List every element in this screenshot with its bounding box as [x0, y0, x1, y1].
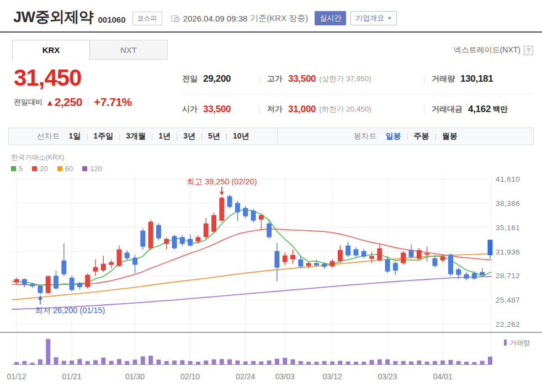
range-options: 1일|1주일|3개월|1년|3년|5년|10년 [68, 131, 249, 141]
up-triangle-icon: ▲ [46, 98, 54, 107]
svg-text:03/12: 03/12 [322, 372, 342, 381]
svg-text:03/23: 03/23 [378, 372, 397, 381]
svg-text:01/21: 01/21 [62, 372, 82, 381]
market-badge: 코스피 [132, 12, 162, 25]
tab-nxt[interactable]: NXT [90, 40, 168, 60]
company-overview-button[interactable]: 기업개요 ▼ [350, 11, 397, 25]
info-value: 4,162 [468, 104, 491, 115]
info-extra: (하한가 20,450) [319, 104, 371, 114]
chart-range-option[interactable]: 3년 [183, 131, 195, 140]
price-change-row: 전일대비 ▲ 2,250 +7.71% [14, 96, 132, 109]
chart-toolbar: 선차트 1일|1주일|3개월|1년|3년|5년|10년 봉차트 일봉|주봉|월봉 [8, 128, 534, 145]
info-row: 전일29,200고가33,500(상한가 37,950)거래량130,181 [182, 64, 532, 94]
chart-range-option[interactable]: 1일 [68, 131, 81, 140]
chart-range-option[interactable]: 5년 [208, 131, 220, 140]
ma-period: 20 [40, 165, 47, 173]
divider: | [176, 133, 178, 140]
svg-text:04/01: 04/01 [433, 372, 453, 381]
info-extra: (상한가 37,950) [319, 74, 371, 84]
svg-text:최고 39,250 (02/20): 최고 39,250 (02/20) [187, 177, 257, 186]
company-overview-label: 기업개요 [355, 13, 384, 23]
svg-text:02/24: 02/24 [236, 372, 255, 381]
header: JW중외제약 001060 코스피 2026.04.09 09:38 기준(KR… [13, 6, 534, 29]
svg-text:02/10: 02/10 [180, 372, 200, 381]
info-label: 시가 [182, 104, 198, 114]
legend-swatch-icon [32, 166, 37, 171]
line-chart-label[interactable]: 선차트 [36, 131, 60, 141]
info-value: 29,200 [203, 73, 231, 84]
legend-swatch-icon [82, 166, 87, 171]
candle-type-option[interactable]: 월봉 [442, 131, 458, 140]
svg-text:22,262: 22,262 [496, 320, 520, 329]
chart-range-option[interactable]: 10년 [233, 131, 249, 140]
change-percent: +7.71% [94, 96, 132, 109]
svg-text:25,487: 25,487 [496, 296, 520, 304]
svg-text:거래량: 거래량 [509, 339, 530, 347]
price-area: 31,450 전일대비 ▲ 2,250 +7.71% [14, 66, 132, 109]
chart-header: 한국거래소(KRX) 52060120 [11, 153, 111, 173]
ma-period: 60 [65, 165, 73, 173]
datetime: 2026.04.09 09:38 [183, 14, 248, 23]
info-label: 고가 [267, 74, 283, 84]
info-label: 전일 [182, 74, 198, 84]
svg-text:31,936: 31,936 [496, 248, 520, 256]
divider [259, 75, 260, 83]
info-cell: 전일29,200 [182, 73, 259, 84]
candle-type-option[interactable]: 일봉 [385, 131, 401, 140]
tab-krx[interactable]: KRX [12, 40, 90, 60]
ma-legend-item: 5 [11, 165, 23, 173]
clock-icon [171, 14, 180, 23]
ma-legend-item: 20 [32, 165, 47, 173]
ma-period: 5 [19, 165, 23, 173]
svg-text:03/03: 03/03 [275, 372, 295, 381]
info-value: 31,000 [288, 104, 316, 115]
info-label: 거래량 [432, 74, 455, 84]
info-label: 저가 [267, 104, 283, 114]
ma-legend-item: 120 [82, 165, 102, 173]
divider: | [406, 133, 408, 140]
chart-range-option[interactable]: 1년 [158, 131, 171, 140]
info-cell: 거래량130,181 [424, 73, 532, 84]
divider [259, 105, 260, 114]
divider: | [201, 133, 203, 140]
info-cell: 시가33,500 [182, 104, 259, 115]
svg-text:최저 26,200 (01/15): 최저 26,200 (01/15) [35, 306, 105, 315]
help-icon[interactable]: ? [524, 46, 533, 55]
candle-options: 일봉|주봉|월봉 [385, 131, 457, 141]
stock-title: JW중외제약 [13, 7, 94, 27]
divider [424, 105, 424, 114]
divider: | [119, 133, 120, 140]
info-cell: 고가33,500(상한가 37,950) [259, 73, 424, 84]
svg-text:28,712: 28,712 [496, 272, 520, 280]
ma-legend: 52060120 [11, 165, 111, 173]
info-cell: 거래대금4,162백만 [424, 104, 532, 115]
divider: | [435, 133, 437, 140]
info-unit: 백만 [493, 104, 508, 114]
legend-swatch-icon [11, 166, 16, 171]
svg-text:35,161: 35,161 [496, 224, 520, 232]
divider: | [226, 133, 227, 140]
header-divider [0, 31, 542, 33]
info-value: 33,500 [288, 73, 316, 84]
exchange-source-label: 한국거래소(KRX) [11, 153, 111, 162]
info-value: 130,181 [460, 73, 493, 84]
current-price: 31,450 [14, 66, 132, 89]
divider: | [86, 133, 88, 140]
info-label: 거래대금 [432, 104, 463, 114]
info-cell: 저가31,000(하한가 20,450) [259, 104, 424, 115]
chart-range-option[interactable]: 1주일 [93, 131, 113, 140]
chart-range-option[interactable]: 3개월 [126, 131, 146, 140]
change-label: 전일대비 [14, 97, 42, 107]
info-value: 33,500 [203, 104, 231, 115]
datetime-suffix: 기준(KRX 장중) [250, 13, 308, 24]
candle-type-option[interactable]: 주봉 [414, 131, 429, 140]
svg-text:41,610: 41,610 [496, 175, 520, 183]
candle-chart-label[interactable]: 봉차트 [353, 131, 376, 141]
candle-chart-group: 봉차트 일봉|주봉|월봉 [278, 128, 533, 145]
change-value: 2,250 [55, 96, 82, 109]
price-info-table: 전일29,200고가33,500(상한가 37,950)거래량130,181시가… [182, 64, 532, 124]
divider: | [151, 133, 153, 140]
legend-swatch-icon [57, 166, 62, 171]
line-chart-group: 선차트 1일|1주일|3개월|1년|3년|5년|10년 [9, 128, 278, 145]
nxt-label: 넥스트레이드(NXT) [454, 45, 520, 55]
